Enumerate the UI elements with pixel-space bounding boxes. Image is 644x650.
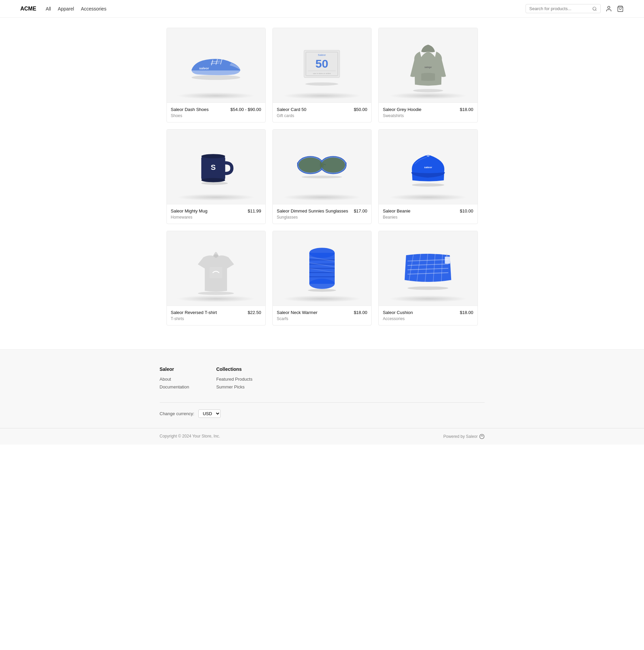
svg-point-51 — [408, 286, 449, 290]
user-icon[interactable] — [605, 5, 612, 12]
footer: Saleor About Documentation Collections F… — [0, 349, 644, 445]
product-name-3: Saleor Grey Hoodie — [383, 107, 421, 112]
product-image-5 — [273, 130, 371, 204]
header-actions — [526, 4, 624, 13]
svg-text:50: 50 — [316, 57, 329, 70]
product-price-1: $54.00 - $90.00 — [230, 107, 261, 112]
main-content: saleor Saleor Dash Shoes $54.00 - $90.00… — [160, 18, 485, 336]
product-image-3: salepr — [379, 28, 477, 103]
product-name-price-1: Saleor Dash Shoes $54.00 - $90.00 — [171, 107, 261, 112]
image-shadow — [388, 194, 467, 201]
saleor-logo-icon — [479, 434, 485, 439]
svg-line-1 — [596, 9, 597, 10]
product-name-price-3: Saleor Grey Hoodie $18.00 — [383, 107, 473, 112]
currency-select[interactable]: USD EUR GBP — [198, 409, 221, 418]
product-category-2: Gift cards — [277, 113, 367, 118]
product-card-4[interactable]: S Saleor Mighty Mug $11.99 Homewares — [166, 129, 266, 224]
svg-text:Saleor: Saleor — [318, 53, 326, 57]
product-name-price-5: Saleor Dimmed Sunnies Sunglasses $17.00 — [277, 208, 367, 214]
product-category-5: Sunglasses — [277, 215, 367, 220]
product-image-6: saleor — [379, 130, 477, 204]
product-image-1: saleor — [167, 28, 265, 103]
svg-text:saleor: saleor — [424, 166, 432, 169]
product-category-1: Shoes — [171, 113, 261, 118]
image-shadow — [177, 194, 256, 201]
image-shadow — [283, 295, 361, 302]
product-card-6[interactable]: saleor Saleor Beanie $10.00 Beanies — [378, 129, 478, 224]
product-category-3: Sweatshirts — [383, 113, 473, 118]
product-name-price-2: Saleor Card 50 $50.00 — [277, 107, 367, 112]
footer-currency: Change currency: USD EUR GBP — [160, 402, 485, 418]
product-name-1: Saleor Dash Shoes — [171, 107, 209, 112]
product-card-7[interactable]: Saleor Reversed T-shirt $22.50 T-shirts — [166, 231, 266, 326]
nav-apparel[interactable]: Apparel — [58, 6, 74, 12]
svg-text:salepr: salepr — [424, 66, 432, 69]
svg-point-23 — [201, 178, 225, 182]
svg-point-11 — [306, 82, 339, 86]
product-price-6: $10.00 — [460, 208, 473, 214]
svg-point-31 — [321, 157, 345, 173]
product-grid: saleor Saleor Dash Shoes $54.00 - $90.00… — [166, 28, 478, 326]
svg-point-25 — [302, 176, 342, 178]
search-box — [526, 4, 601, 13]
svg-text:use in store or online: use in store or online — [313, 72, 331, 74]
svg-point-0 — [593, 7, 596, 10]
product-image-8 — [273, 231, 371, 306]
header: ACME All Apparel Accessories — [0, 0, 644, 18]
product-name-price-7: Saleor Reversed T-shirt $22.50 — [171, 310, 261, 315]
product-info-9: Saleor Cushion $18.00 Accessories — [379, 306, 477, 325]
product-card-9[interactable]: Saleor Cushion $18.00 Accessories — [378, 231, 478, 326]
svg-rect-61 — [445, 257, 450, 264]
footer-section-saleor: Saleor About Documentation — [160, 366, 189, 392]
main-nav: All Apparel Accessories — [46, 6, 526, 12]
product-name-8: Saleor Neck Warmer — [277, 310, 317, 315]
product-category-7: T-shirts — [171, 316, 261, 321]
product-price-3: $18.00 — [460, 107, 473, 112]
product-name-9: Saleor Cushion — [383, 310, 413, 315]
image-shadow — [388, 92, 467, 99]
svg-text:saleor: saleor — [199, 66, 209, 70]
product-info-5: Saleor Dimmed Sunnies Sunglasses $17.00 … — [273, 204, 371, 224]
product-image-2: 50 Saleor use in store or online — [273, 28, 371, 103]
footer-link-featured[interactable]: Featured Products — [216, 377, 252, 382]
powered-by-text: Powered by Saleor — [443, 434, 484, 439]
svg-point-34 — [412, 183, 444, 187]
product-name-6: Saleor Beanie — [383, 208, 410, 214]
nav-all[interactable]: All — [46, 6, 51, 12]
copyright-text: Copyright © 2024 Your Store, Inc. — [160, 434, 220, 439]
search-icon[interactable] — [592, 6, 597, 11]
logo[interactable]: ACME — [20, 6, 36, 12]
product-name-4: Saleor Mighty Mug — [171, 208, 207, 214]
product-category-9: Accessories — [383, 316, 473, 321]
nav-accessories[interactable]: Accessories — [81, 6, 106, 12]
product-card-5[interactable]: Saleor Dimmed Sunnies Sunglasses $17.00 … — [272, 129, 372, 224]
product-card-3[interactable]: salepr Saleor Grey Hoodie $18.00 Sweatsh… — [378, 28, 478, 122]
cart-icon[interactable] — [617, 5, 624, 12]
footer-link-documentation[interactable]: Documentation — [160, 384, 189, 389]
svg-point-22 — [201, 154, 225, 158]
footer-link-summer[interactable]: Summer Picks — [216, 384, 252, 389]
footer-inner: Saleor About Documentation Collections F… — [0, 349, 644, 428]
footer-copyright-bar: Copyright © 2024 Your Store, Inc. Powere… — [0, 428, 644, 445]
product-card-8[interactable]: Saleor Neck Warmer $18.00 Scarfs — [272, 231, 372, 326]
product-card-2[interactable]: 50 Saleor use in store or online Saleor … — [272, 28, 372, 122]
currency-label: Change currency: — [160, 411, 195, 416]
product-name-price-9: Saleor Cushion $18.00 — [383, 310, 473, 315]
product-name-5: Saleor Dimmed Sunnies Sunglasses — [277, 208, 348, 214]
product-name-2: Saleor Card 50 — [277, 107, 306, 112]
svg-rect-38 — [209, 267, 222, 278]
product-category-8: Scarfs — [277, 316, 367, 321]
product-price-5: $17.00 — [354, 208, 367, 214]
footer-content: Saleor About Documentation Collections F… — [160, 366, 485, 402]
product-info-7: Saleor Reversed T-shirt $22.50 T-shirts — [167, 306, 265, 325]
product-price-4: $11.99 — [248, 208, 261, 214]
product-image-7 — [167, 231, 265, 306]
product-card-1[interactable]: saleor Saleor Dash Shoes $54.00 - $90.00… — [166, 28, 266, 122]
product-image-9 — [379, 231, 477, 306]
search-input[interactable] — [529, 6, 590, 11]
footer-link-about[interactable]: About — [160, 377, 189, 382]
image-shadow — [283, 194, 361, 201]
svg-point-39 — [308, 289, 336, 292]
svg-point-63 — [480, 434, 484, 439]
product-info-6: Saleor Beanie $10.00 Beanies — [379, 204, 477, 224]
